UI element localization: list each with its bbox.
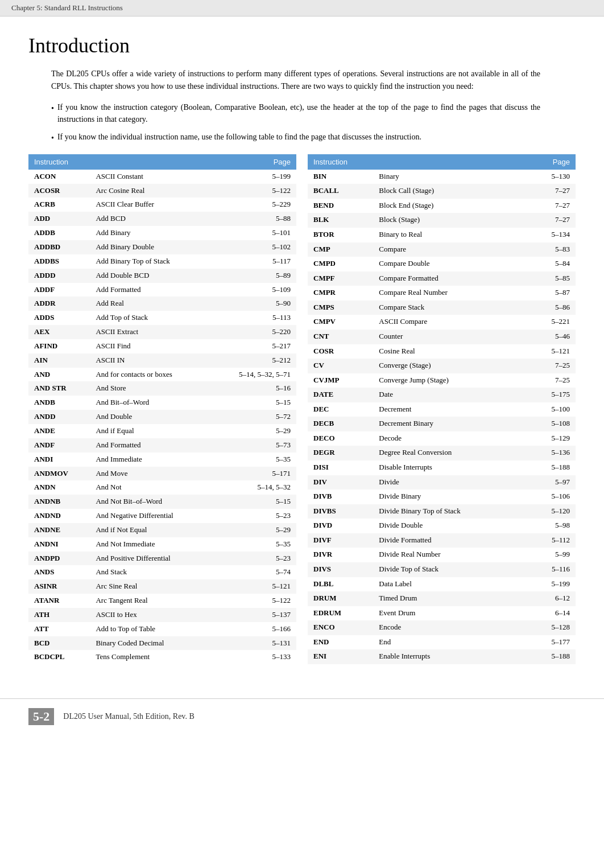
- abbr-cell: ADDBS: [28, 254, 90, 269]
- name-cell: Event Drum: [373, 606, 526, 621]
- abbr-cell: CMPR: [308, 286, 373, 301]
- right-instruction-table: Instruction Page BIN Binary 5–130 BCALL …: [308, 154, 576, 665]
- abbr-cell: ANDD: [28, 410, 90, 424]
- page-cell: 5–84: [526, 257, 576, 271]
- bullet-dot-2: •: [51, 132, 54, 144]
- abbr-cell: CVJMP: [308, 373, 373, 388]
- page-cell: 5–46: [526, 330, 576, 344]
- page-cell: 5–97: [526, 475, 576, 490]
- page-cell: 5–171: [210, 467, 296, 481]
- abbr-cell: ANDNB: [28, 495, 90, 509]
- table-row: ACON ASCII Constant 5–199: [28, 170, 296, 184]
- table-row: ACOSR Arc Cosine Real 5–122: [28, 184, 296, 198]
- abbr-cell: AFIND: [28, 339, 90, 353]
- page-cell: 5–109: [210, 283, 296, 297]
- page-cell: 6–12: [526, 591, 576, 606]
- name-cell: Compare Double: [373, 257, 526, 271]
- name-cell: Add Formatted: [90, 283, 210, 297]
- page-cell: 7–25: [526, 359, 576, 373]
- page-cell: 5–100: [526, 402, 576, 417]
- abbr-cell: AIN: [28, 353, 90, 368]
- table-row: BCDCPL Tens Complement 5–133: [28, 650, 296, 664]
- page-cell: 5–73: [210, 438, 296, 452]
- name-cell: Add Double BCD: [90, 269, 210, 283]
- name-cell: Divide: [373, 475, 526, 490]
- name-cell: And Negative Differential: [90, 509, 210, 523]
- abbr-cell: DIVBS: [308, 504, 373, 519]
- page-cell: 5–199: [210, 170, 296, 184]
- name-cell: ASCII to Hex: [90, 608, 210, 622]
- name-cell: Binary Coded Decimal: [90, 636, 210, 651]
- abbr-cell: DIVB: [308, 489, 373, 504]
- right-table-header-page: Page: [526, 154, 576, 170]
- name-cell: And Move: [90, 467, 210, 481]
- page-cell: 5–166: [210, 622, 296, 636]
- abbr-cell: ADDF: [28, 283, 90, 297]
- table-row: CMPS Compare Stack 5–86: [308, 301, 576, 315]
- table-row: ATH ASCII to Hex 5–137: [28, 608, 296, 622]
- page-cell: 5–29: [210, 523, 296, 537]
- abbr-cell: DECO: [308, 431, 373, 446]
- page-cell: 5–221: [526, 315, 576, 330]
- page-cell: 5–121: [210, 579, 296, 594]
- table-row: CMPR Compare Real Number 5–87: [308, 286, 576, 301]
- page-cell: 5–23: [210, 509, 296, 523]
- page-cell: 5–217: [210, 339, 296, 353]
- abbr-cell: CMPS: [308, 301, 373, 315]
- table-row: CMPV ASCII Compare 5–221: [308, 315, 576, 330]
- name-cell: And Bit–of–Word: [90, 396, 210, 410]
- page-cell: 5–120: [526, 504, 576, 519]
- table-row: DEC Decrement 5–100: [308, 402, 576, 417]
- page-cell: 6–14: [526, 606, 576, 621]
- abbr-cell: ACON: [28, 170, 90, 184]
- abbr-cell: ANDF: [28, 438, 90, 452]
- abbr-cell: END: [308, 635, 373, 650]
- page-cell: 5–212: [210, 353, 296, 368]
- abbr-cell: DIVD: [308, 519, 373, 533]
- page-cell: 5–122: [210, 594, 296, 608]
- abbr-cell: ATH: [28, 608, 90, 622]
- name-cell: Degree Real Conversion: [373, 446, 526, 460]
- name-cell: And if Not Equal: [90, 523, 210, 537]
- abbr-cell: ADDB: [28, 226, 90, 240]
- name-cell: ASCII IN: [90, 353, 210, 368]
- name-cell: Converge Jump (Stage): [373, 373, 526, 388]
- abbr-cell: BLK: [308, 213, 373, 228]
- table-row: CNT Counter 5–46: [308, 330, 576, 344]
- page-cell: 7–27: [526, 184, 576, 199]
- table-row: BCALL Block Call (Stage) 7–27: [308, 184, 576, 199]
- abbr-cell: ANDS: [28, 565, 90, 579]
- table-row: DRUM Timed Drum 6–12: [308, 591, 576, 606]
- abbr-cell: BCALL: [308, 184, 373, 199]
- name-cell: Encode: [373, 620, 526, 635]
- table-row: ENCO Encode 5–128: [308, 620, 576, 635]
- table-row: DIVF Divide Formatted 5–112: [308, 533, 576, 548]
- abbr-cell: DLBL: [308, 577, 373, 592]
- table-row: DLBL Data Label 5–199: [308, 577, 576, 592]
- page-cell: 7–27: [526, 199, 576, 213]
- abbr-cell: DIVS: [308, 562, 373, 577]
- page-cell: 5–130: [526, 170, 576, 184]
- abbr-cell: AND: [28, 368, 90, 382]
- table-row: ADDS Add Top of Stack 5–113: [28, 311, 296, 325]
- table-row: BCD Binary Coded Decimal 5–131: [28, 636, 296, 651]
- page-cell: 5–199: [526, 577, 576, 592]
- page-cell: 5–85: [526, 271, 576, 286]
- name-cell: Arc Sine Real: [90, 579, 210, 594]
- page-cell: 5–90: [210, 297, 296, 311]
- abbr-cell: ATANR: [28, 594, 90, 608]
- page-cell: 5–88: [210, 212, 296, 226]
- table-row: ADDBS Add Binary Top of Stack 5–117: [28, 254, 296, 269]
- breadcrumb-text: Chapter 5: Standard RLL Instructions: [11, 3, 123, 12]
- page-cell: 5–122: [210, 184, 296, 198]
- page-cell: 5–83: [526, 242, 576, 257]
- table-row: ATANR Arc Tangent Real 5–122: [28, 594, 296, 608]
- page-cell: 5–177: [526, 635, 576, 650]
- table-row: ANDD And Double 5–72: [28, 410, 296, 424]
- tables-container: Instruction Page ACON ASCII Constant 5–1…: [28, 154, 576, 665]
- name-cell: Arc Tangent Real: [90, 594, 210, 608]
- page-cell: 5–121: [526, 344, 576, 359]
- table-row: DIVD Divide Double 5–98: [308, 519, 576, 533]
- abbr-cell: DEC: [308, 402, 373, 417]
- name-cell: Cosine Real: [373, 344, 526, 359]
